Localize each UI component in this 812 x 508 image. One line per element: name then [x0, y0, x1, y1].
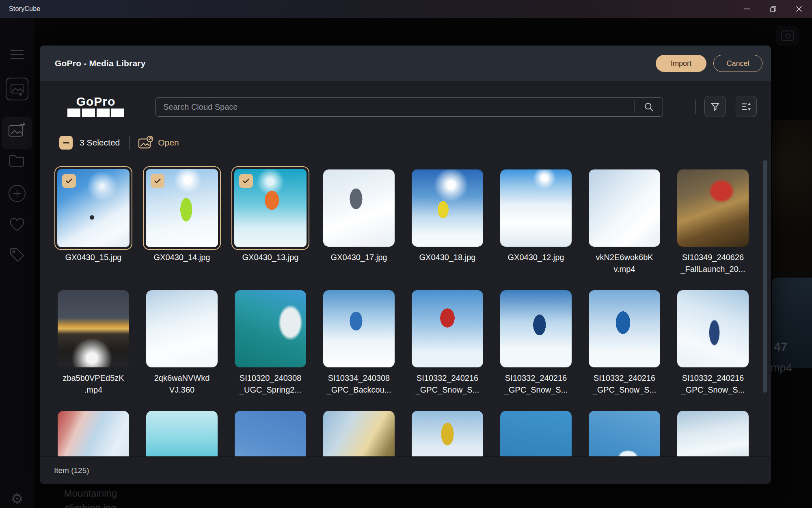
media-item[interactable] [226, 407, 315, 456]
media-item[interactable] [138, 407, 226, 456]
media-item[interactable]: GX0430_15.jpg [49, 166, 138, 287]
media-thumbnail[interactable] [235, 411, 306, 456]
media-thumbnail[interactable] [323, 169, 395, 247]
media-thumbnail[interactable] [677, 169, 749, 247]
media-filename: vkN2E6wok6bK v.mp4 [580, 252, 669, 275]
media-item[interactable] [492, 407, 580, 456]
import-button[interactable]: Import [656, 55, 706, 72]
item-checkbox[interactable] [151, 174, 164, 188]
media-thumbnail[interactable] [412, 411, 483, 456]
media-item[interactable]: 2qk6waNVWkd VJ.360 [138, 287, 226, 407]
media-thumbnail[interactable] [146, 169, 218, 247]
sidebar-item-menu[interactable] [0, 49, 34, 60]
media-item[interactable] [580, 407, 669, 456]
sort-button[interactable] [736, 96, 757, 117]
thumbnail-frame [49, 166, 138, 250]
item-checkbox[interactable] [239, 174, 253, 188]
media-thumbnail[interactable] [500, 290, 572, 367]
search-submit[interactable] [635, 100, 663, 113]
media-item[interactable]: SI10332_240216 _GPC_Snow_S... [669, 287, 757, 407]
media-item[interactable]: GX0430_12.jpg [492, 166, 580, 287]
close-icon [796, 6, 802, 12]
media-thumbnail[interactable] [500, 411, 572, 456]
background-extension-text: mp4 [771, 362, 792, 374]
gopro-media-library-dialog: GoPro - Media Library Import Cancel GoPr… [40, 46, 771, 484]
media-thumbnail[interactable] [412, 290, 483, 367]
cancel-button[interactable]: Cancel [713, 55, 762, 72]
media-thumbnail[interactable] [234, 169, 307, 247]
title-bar: StoryCube [0, 0, 812, 18]
media-item[interactable] [403, 407, 492, 456]
media-item[interactable] [49, 407, 138, 456]
media-filename: zba5b0VPEd5zK .mp4 [49, 372, 138, 396]
media-thumbnail[interactable] [57, 169, 130, 247]
media-item[interactable]: GX0430_13.jpg [226, 166, 315, 287]
open-button[interactable]: Open [138, 136, 179, 150]
media-item[interactable]: SI10349_240626 _FallLaunch_20... [669, 166, 757, 287]
media-item[interactable] [315, 407, 403, 456]
media-item[interactable]: SI10320_240308 _UGC_Spring2... [226, 287, 315, 407]
media-item[interactable]: GX0430_17.jpg [315, 166, 403, 287]
media-grid-viewport: GX0430_15.jpgGX0430_14.jpgGX0430_13.jpgG… [40, 158, 759, 456]
tag-icon [9, 247, 25, 263]
media-thumbnail[interactable] [58, 411, 129, 456]
background-thumbnail [772, 278, 812, 368]
media-thumbnail[interactable] [323, 290, 395, 367]
thumbnail-frame [315, 166, 403, 250]
vertical-scrollbar[interactable] [763, 160, 767, 393]
settings-gear-icon[interactable]: ⚙ [0, 491, 34, 507]
media-thumbnail[interactable] [677, 411, 749, 456]
media-thumbnail[interactable] [589, 290, 660, 367]
thumbnail-frame [49, 407, 138, 456]
media-thumbnail[interactable] [323, 411, 395, 456]
media-item[interactable]: SI10332_240216 _GPC_Snow_S... [492, 287, 580, 407]
sidebar-item-folders[interactable] [0, 154, 34, 167]
media-item[interactable]: SI10334_240308 _GPC_Backcou... [315, 287, 403, 407]
sidebar-item-create[interactable] [0, 184, 34, 203]
media-item[interactable]: GX0430_18.jpg [403, 166, 492, 287]
folder-icon [9, 154, 25, 167]
media-item[interactable]: SI10332_240216 _GPC_Snow_S... [403, 287, 492, 407]
thumbnail-frame [580, 166, 669, 250]
search-input[interactable] [156, 98, 635, 116]
filter-icon [710, 101, 721, 112]
media-thumbnail[interactable] [146, 290, 218, 367]
media-item[interactable]: SI10332_240216 _GPC_Snow_S... [580, 287, 669, 407]
sidebar-item-favorites[interactable] [0, 218, 34, 232]
filter-button[interactable] [704, 96, 726, 117]
media-item[interactable]: vkN2E6wok6bK v.mp4 [580, 166, 669, 287]
video-frames-icon-button[interactable] [776, 26, 799, 46]
minimize-button[interactable] [734, 0, 760, 18]
media-filename: GX0430_17.jpg [315, 252, 403, 263]
restore-button[interactable] [760, 0, 786, 18]
thumbnail-frame [226, 166, 315, 250]
thumbnail-frame [492, 287, 580, 371]
gopro-logo-squares [66, 109, 125, 117]
sidebar-item-add-media[interactable] [0, 77, 34, 101]
indeterminate-dash-icon [63, 142, 69, 143]
selected-outline [143, 166, 221, 250]
item-checkbox[interactable] [62, 174, 76, 188]
media-item[interactable]: zba5b0VPEd5zK .mp4 [49, 287, 138, 407]
media-thumbnail[interactable] [500, 169, 572, 247]
media-thumbnail[interactable] [146, 411, 218, 456]
media-filename: SI10349_240626 _FallLaunch_20... [669, 252, 757, 275]
select-all-checkbox[interactable] [59, 136, 73, 150]
media-thumbnail[interactable] [58, 290, 129, 367]
thumbnail-frame [669, 287, 757, 371]
sidebar-item-tags[interactable] [0, 247, 34, 263]
background-filename: Mountaining climbing.jpg [48, 486, 133, 508]
checkmark-icon [153, 176, 162, 185]
media-item[interactable] [669, 407, 757, 456]
close-button[interactable] [786, 0, 812, 18]
media-thumbnail[interactable] [412, 169, 483, 247]
media-thumbnail[interactable] [589, 411, 660, 456]
thumbnail-frame [138, 407, 226, 456]
media-thumbnail[interactable] [589, 169, 660, 247]
media-thumbnail[interactable] [235, 290, 306, 367]
thumbnail-frame [403, 407, 492, 456]
media-thumbnail[interactable] [677, 290, 749, 367]
sidebar-item-gopro-import[interactable] [0, 122, 34, 138]
media-filename: GX0430_15.jpg [49, 252, 138, 263]
media-item[interactable]: GX0430_14.jpg [138, 166, 226, 287]
